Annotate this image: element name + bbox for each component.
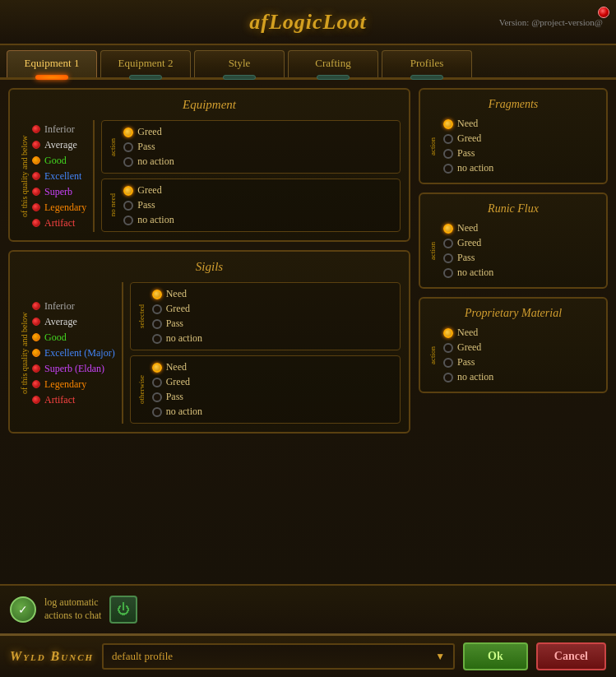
quality-dot [32,318,40,326]
action-group-label-otherwise: otherwise [137,375,147,404]
radio-button[interactable] [443,268,453,278]
radio-item[interactable]: Pass [152,318,202,330]
radio-item[interactable]: no action [443,267,493,279]
quality-dot [32,396,40,404]
radio-item[interactable]: Pass [443,356,493,369]
radio-item[interactable]: Pass [123,141,174,153]
radio-item[interactable]: no action [123,155,174,168]
radio-button[interactable] [123,201,133,211]
radio-button[interactable] [443,119,453,129]
radio-item[interactable]: Greed [152,303,202,315]
radio-item[interactable]: no action [152,332,202,345]
cancel-button[interactable]: Cancel [536,642,606,670]
profile-dropdown[interactable]: default profile ▼ [102,643,455,670]
radio-button[interactable] [443,358,453,368]
tab-equipment2[interactable]: Equipment 2 [100,50,191,77]
radio-item[interactable]: Greed [443,237,493,249]
tab-indicator-equipment2 [129,75,162,80]
radio-button[interactable] [443,253,453,263]
quality-label: Excellent (Major) [44,347,115,359]
quality-label: Artifact [44,217,75,230]
radio-button[interactable] [152,290,162,299]
radio-button[interactable] [443,224,453,234]
radio-button[interactable] [443,373,453,383]
tab-style[interactable]: Style [194,50,285,77]
radio-button[interactable] [152,304,162,314]
quality-label: Legendary [44,378,86,391]
proprietary-panel: Proprietary Material action Need Greed P… [419,297,608,393]
tab-crafting[interactable]: Crafting [288,50,378,77]
radio-button[interactable] [443,328,453,338]
proprietary-title: Proprietary Material [428,307,598,320]
radio-item[interactable]: Pass [443,147,493,160]
radio-item[interactable]: no action [152,406,202,418]
radio-item[interactable]: no action [443,371,493,383]
radio-list-equip1: Greed Pass no action [123,126,174,168]
left-column: Equipment of this quality and below Infe… [8,88,410,576]
radio-button[interactable] [152,334,162,344]
tab-equipment1[interactable]: Equipment 1 [7,50,97,77]
fragments-action-label: action [428,137,438,155]
radio-button[interactable] [152,319,162,329]
sigils-vert-label: of this quality and below [18,282,30,424]
sigils-quality-section: of this quality and below Inferior Avera… [18,282,115,424]
radio-list-sigils2: Need Greed Pass no action [152,361,202,418]
sigils-action-groups: selected Need Greed Pass no action other… [130,282,401,424]
radio-button[interactable] [123,186,133,196]
quality-label: Inferior [44,123,75,136]
power-button[interactable]: ⏻ [109,596,137,624]
radio-button[interactable] [123,142,133,152]
radio-button[interactable] [152,363,162,373]
radio-item[interactable]: Need [152,361,202,373]
ok-button[interactable]: Ok [463,642,528,670]
runic-flux-action-label: action [428,242,438,260]
app-header: afLogicLoot Version: @project-version@ [0,0,616,45]
main-content: Equipment of this quality and below Infe… [0,80,616,584]
list-item: Inferior [32,123,86,136]
quality-label: Good [44,155,67,167]
radio-item[interactable]: Pass [152,391,202,403]
radio-button[interactable] [123,128,133,137]
radio-item[interactable]: Greed [123,184,174,197]
list-item: Excellent [32,170,86,183]
list-item: Superb [32,186,86,198]
radio-button[interactable] [443,134,453,144]
radio-item[interactable]: Need [443,327,493,339]
radio-button[interactable] [443,343,453,353]
radio-button[interactable] [152,378,162,387]
radio-item[interactable]: Need [152,288,202,300]
action-group-label1: action [109,138,118,156]
radio-item[interactable]: no action [123,214,174,226]
radio-item[interactable]: Need [443,118,493,130]
radio-button[interactable] [123,216,133,225]
radio-item[interactable]: Pass [443,252,493,264]
equipment-inner: of this quality and below Inferior Avera… [18,120,401,232]
radio-item[interactable]: Greed [443,132,493,145]
divider [122,282,123,424]
list-item: Good [32,155,86,167]
list-item: Legendary [32,202,86,214]
action-group-label-selected: selected [137,304,147,328]
tab-indicator-style [223,75,256,80]
radio-button[interactable] [443,149,453,159]
radio-list-sigils1: Need Greed Pass no action [152,288,202,345]
radio-button[interactable] [443,239,453,248]
close-icon[interactable] [598,7,609,18]
list-item: Artifact [32,217,86,230]
tab-profiles[interactable]: Profiles [382,50,472,77]
quality-vert-label: of this quality and below [18,120,30,232]
radio-item[interactable]: Need [443,222,493,234]
fragments-panel: Fragments action Need Greed Pass no acti… [419,88,608,184]
radio-button[interactable] [152,392,162,402]
radio-item[interactable]: Greed [123,126,174,138]
list-item: Legendary [32,378,115,391]
radio-item[interactable]: Pass [123,199,174,211]
radio-item[interactable]: Greed [443,341,493,354]
radio-button[interactable] [152,407,162,417]
radio-button[interactable] [123,157,133,167]
radio-button[interactable] [443,164,453,174]
fragments-radio-list: Need Greed Pass no action [443,118,493,174]
runic-flux-inner: action Need Greed Pass no action [428,222,598,279]
radio-item[interactable]: Greed [152,376,202,388]
radio-item[interactable]: no action [443,162,493,174]
